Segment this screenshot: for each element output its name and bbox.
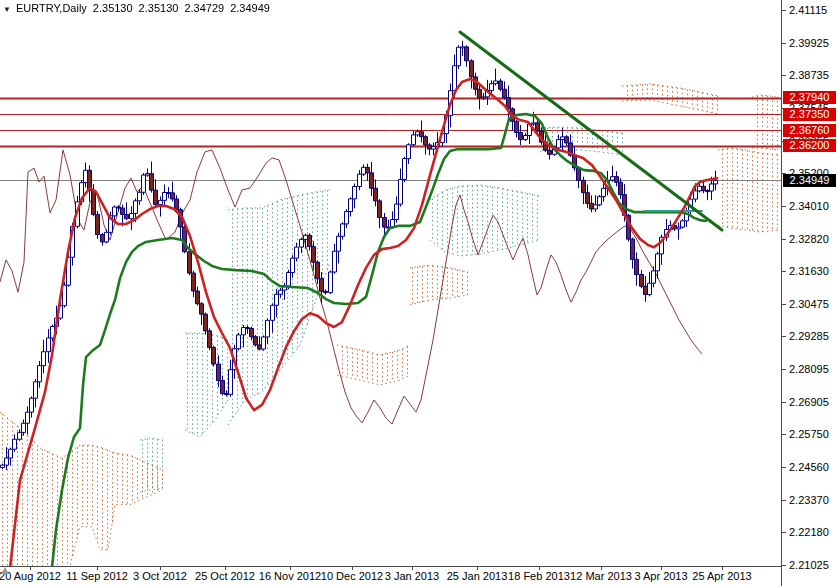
time-axis-label: 25 Oct 2012: [195, 570, 255, 582]
time-axis-label: 10 Dec 2012: [321, 570, 383, 582]
price-axis-tick: [782, 75, 786, 76]
time-axis-label: 20 Aug 2012: [0, 570, 61, 582]
price-axis-tick: [782, 336, 786, 337]
price-axis-label: 2.39925: [789, 37, 829, 49]
time-axis-label: 3 Jan 2013: [385, 570, 439, 582]
price-axis-label: 2.22180: [789, 526, 829, 538]
chart-symbol-icon: ▼: [3, 5, 11, 14]
price-axis-label: 2.21025: [789, 559, 829, 571]
price-axis-label: 2.29285: [789, 330, 829, 342]
price-axis-label: 2.30475: [789, 298, 829, 310]
level-price-tag: 2.37350: [783, 108, 836, 121]
time-axis-label: 12 Mar 2013: [570, 570, 632, 582]
price-axis-tick: [782, 10, 786, 11]
price-axis-tick: [782, 239, 786, 240]
price-axis-label: 2.34010: [789, 200, 829, 212]
price-axis-tick: [782, 271, 786, 272]
price-axis-tick: [782, 402, 786, 403]
price-chart-canvas[interactable]: [0, 0, 781, 566]
price-axis-tick: [782, 467, 786, 468]
time-axis-label: 3 Apr 2013: [634, 570, 687, 582]
price-axis-tick: [782, 304, 786, 305]
price-axis[interactable]: 2.411152.399252.387352.375452.363552.352…: [781, 0, 837, 586]
price-axis-tick: [782, 565, 786, 566]
time-axis[interactable]: 20 Aug 201211 Sep 20123 Oct 201225 Oct 2…: [0, 566, 781, 586]
time-axis-label: 3 Oct 2012: [133, 570, 187, 582]
price-axis-label: 2.24560: [789, 461, 829, 473]
current-bid-price-tag: 2.34949: [783, 174, 836, 187]
ohlc-open-value: 2.35130: [93, 2, 133, 14]
price-axis-label: 2.31630: [789, 265, 829, 277]
price-axis-label: 2.41115: [789, 4, 827, 16]
price-axis-tick: [782, 369, 786, 370]
chart-symbol-label: EURTRY,Daily: [16, 2, 87, 14]
price-axis-tick: [782, 206, 786, 207]
level-price-tag: 2.37940: [783, 91, 836, 104]
price-axis-label: 2.32820: [789, 233, 829, 245]
price-axis-label: 2.25750: [789, 428, 829, 440]
time-axis-label: 18 Feb 2013: [508, 570, 570, 582]
mt4-chart-window: ▼EURTRY,Daily2.351302.351302.347292.3494…: [0, 0, 837, 586]
time-axis-label: 11 Sep 2012: [66, 570, 128, 582]
chart-title: ▼EURTRY,Daily2.351302.351302.347292.3494…: [3, 2, 270, 14]
price-axis-label: 2.23370: [789, 494, 829, 506]
ohlc-high-value: 2.35130: [139, 2, 179, 14]
ohlc-close-value: 2.34949: [230, 2, 270, 14]
time-axis-label: 25 Jan 2013: [447, 570, 508, 582]
level-price-tag: 2.36760: [783, 124, 836, 137]
price-axis-label: 2.38735: [789, 69, 829, 81]
time-axis-label: 25 Apr 2013: [692, 570, 751, 582]
time-axis-label: 16 Nov 2012: [259, 570, 321, 582]
price-axis-label: 2.28095: [789, 363, 829, 375]
level-price-tag: 2.36200: [783, 139, 836, 152]
ohlc-low-value: 2.34729: [184, 2, 224, 14]
price-axis-tick: [782, 532, 786, 533]
price-axis-tick: [782, 434, 786, 435]
chart-begin-marker-icon: [1, 567, 9, 574]
price-axis-tick: [782, 43, 786, 44]
price-axis-label: 2.26905: [789, 396, 829, 408]
price-axis-tick: [782, 500, 786, 501]
